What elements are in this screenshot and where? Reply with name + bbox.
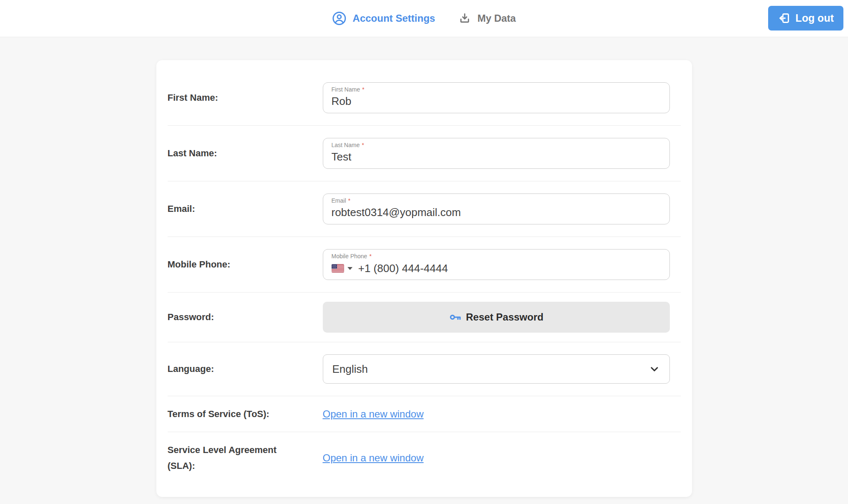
- field-label-text: Email: [332, 197, 346, 204]
- header-tabs: Account Settings My Data: [332, 0, 516, 37]
- language-select[interactable]: English: [323, 354, 670, 384]
- user-circle-icon: [332, 11, 346, 25]
- mobile-phone-input[interactable]: [358, 262, 661, 275]
- sla-field: Open in a new window: [323, 452, 670, 464]
- download-icon: [459, 12, 471, 25]
- mobile-phone-row-label: Mobile Phone:: [168, 257, 323, 272]
- language-field: English: [323, 354, 670, 384]
- form-row-email: Email: Email*: [168, 181, 681, 237]
- last-name-field: Last Name*: [323, 138, 670, 169]
- email-field: Email*: [323, 193, 670, 224]
- first-name-field: First Name*: [323, 82, 670, 113]
- mobile-phone-floating-label: Mobile Phone*: [332, 253, 661, 260]
- form-row-password: Password: Reset Password: [168, 293, 681, 342]
- tos-field: Open in a new window: [323, 408, 670, 420]
- first-name-row-label: First Name:: [168, 90, 323, 105]
- first-name-floating-label: First Name*: [332, 86, 661, 94]
- sla-open-link[interactable]: Open in a new window: [323, 452, 424, 463]
- country-dropdown-caret-icon[interactable]: [347, 267, 352, 270]
- tos-open-link[interactable]: Open in a new window: [323, 408, 424, 420]
- first-name-input[interactable]: [332, 95, 661, 108]
- email-row-label: Email:: [168, 201, 323, 216]
- first-name-input-box: First Name*: [323, 82, 670, 113]
- tab-label: Account Settings: [352, 13, 435, 24]
- required-asterisk: *: [348, 197, 350, 204]
- mobile-phone-field: Mobile Phone*: [323, 249, 670, 280]
- language-selected-value: English: [332, 363, 368, 376]
- tab-account-settings[interactable]: Account Settings: [332, 11, 435, 25]
- required-asterisk: *: [362, 142, 364, 148]
- required-asterisk: *: [362, 86, 364, 93]
- field-label-text: First Name: [332, 86, 360, 93]
- field-label-text: Mobile Phone: [332, 253, 368, 260]
- language-row-label: Language:: [168, 361, 323, 377]
- last-name-input-box: Last Name*: [323, 138, 670, 169]
- sla-row-label-text: Service Level Agreement (SLA):: [168, 442, 293, 473]
- mobile-phone-input-box: Mobile Phone*: [323, 249, 670, 280]
- tab-label: My Data: [478, 13, 516, 24]
- form-row-service-level-agreement: Service Level Agreement (SLA): Open in a…: [168, 432, 681, 485]
- key-icon: [449, 311, 462, 324]
- account-settings-card: First Name: First Name* Last Name: Last …: [156, 60, 692, 497]
- email-input-box: Email*: [323, 193, 670, 224]
- password-row-label: Password:: [168, 309, 323, 325]
- last-name-input[interactable]: [332, 150, 661, 163]
- reset-password-button[interactable]: Reset Password: [323, 302, 670, 333]
- form-row-first-name: First Name: First Name*: [168, 70, 681, 126]
- required-asterisk: *: [369, 253, 371, 260]
- main-content: First Name: First Name* Last Name: Last …: [0, 60, 848, 497]
- form-row-last-name: Last Name: Last Name*: [168, 126, 681, 181]
- reset-password-label: Reset Password: [466, 311, 543, 323]
- form-row-language: Language: English: [168, 342, 681, 396]
- last-name-floating-label: Last Name*: [332, 142, 661, 149]
- tos-row-label: Terms of Service (ToS):: [168, 406, 323, 422]
- last-name-row-label: Last Name:: [168, 145, 323, 161]
- us-flag-icon[interactable]: [332, 264, 344, 272]
- form-row-mobile-phone: Mobile Phone: Mobile Phone*: [168, 237, 681, 293]
- field-label-text: Last Name: [332, 142, 360, 148]
- logout-button[interactable]: Log out: [768, 6, 843, 31]
- email-input[interactable]: [332, 206, 661, 219]
- sla-row-label: Service Level Agreement (SLA):: [168, 442, 323, 473]
- password-field: Reset Password: [323, 302, 670, 333]
- logout-icon: [778, 12, 791, 25]
- phone-input-line: [332, 262, 661, 275]
- logout-label: Log out: [795, 12, 834, 24]
- email-floating-label: Email*: [332, 197, 661, 205]
- top-bar: Account Settings My Data Log out: [0, 0, 848, 37]
- form-row-terms-of-service: Terms of Service (ToS): Open in a new wi…: [168, 396, 681, 432]
- chevron-down-icon: [649, 363, 660, 375]
- tab-my-data[interactable]: My Data: [459, 12, 516, 25]
